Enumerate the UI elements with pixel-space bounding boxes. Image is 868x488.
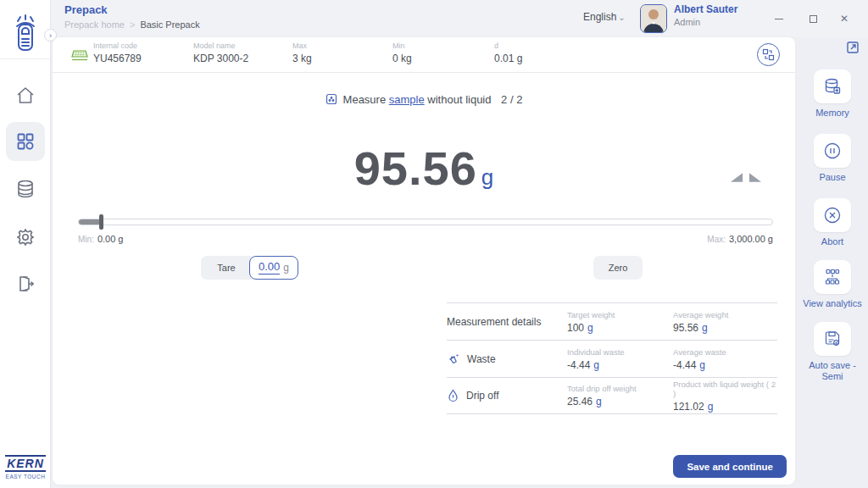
cell-label: Total drip off weight bbox=[567, 384, 673, 393]
action-label: Memory bbox=[797, 108, 868, 119]
analytics-icon bbox=[814, 260, 851, 294]
close-icon: ✕ bbox=[840, 13, 849, 25]
table-cell: Total drip off weight 25.46g bbox=[567, 384, 673, 408]
range-max: Max:3,000.00 g bbox=[707, 234, 773, 244]
auto-save-icon bbox=[814, 322, 851, 356]
zero-button[interactable]: Zero bbox=[593, 256, 643, 280]
kern-brand-logo: KERN EASY TOUCH bbox=[0, 455, 51, 480]
row-label-text: Drip off bbox=[466, 390, 498, 402]
pause-icon bbox=[814, 134, 851, 168]
scale-platform-icon bbox=[71, 50, 88, 61]
value-unit[interactable]: g bbox=[702, 322, 708, 334]
cell-value: 25.46g bbox=[567, 396, 673, 408]
switch-scale-button[interactable] bbox=[757, 43, 780, 66]
min-label: Min: bbox=[78, 235, 94, 244]
slider-fill bbox=[79, 219, 101, 225]
weight-display: 95.56g bbox=[53, 141, 795, 196]
table-cell: Product with liquid weight ( 2 ) 121.02g bbox=[673, 380, 777, 413]
database-icon bbox=[15, 179, 36, 199]
value-number: 100 bbox=[567, 322, 584, 334]
table-cell: Target weight 100g bbox=[567, 310, 673, 334]
table-cell: Individual waste -4.44g bbox=[567, 347, 673, 371]
breadcrumb-separator: > bbox=[130, 19, 135, 30]
action-label: Abort bbox=[797, 236, 868, 247]
value-unit[interactable]: g bbox=[593, 359, 599, 371]
tare-value[interactable]: 0.00 bbox=[259, 261, 280, 274]
apps-grid-icon bbox=[15, 131, 36, 152]
measure-prefix: Measure bbox=[343, 93, 387, 106]
sidebar-expand-toggle[interactable]: › bbox=[44, 29, 57, 42]
chevron-right-icon: › bbox=[49, 31, 52, 40]
cell-value: -4.44g bbox=[673, 359, 777, 371]
window-close-button[interactable]: ✕ bbox=[836, 10, 853, 27]
language-selector[interactable]: English⌄ bbox=[583, 11, 626, 23]
table-cell: Average waste -4.44g bbox=[673, 347, 777, 371]
sample-icon bbox=[326, 93, 337, 105]
device-field: Min 0 kg bbox=[392, 42, 412, 64]
abort-icon bbox=[814, 198, 851, 232]
drip-off-icon bbox=[447, 389, 459, 402]
tare-button[interactable]: Tare bbox=[201, 256, 252, 280]
value-unit[interactable]: g bbox=[587, 322, 593, 334]
sidebar-item-database[interactable] bbox=[6, 169, 45, 208]
action-label: Pause bbox=[797, 172, 868, 183]
view-analytics-button[interactable]: View analytics bbox=[797, 260, 868, 309]
auto-save-button[interactable]: Auto save - Semi bbox=[797, 322, 868, 382]
field-value: 0 kg bbox=[392, 53, 412, 64]
value-number: 25.46 bbox=[567, 396, 593, 408]
field-value: YU456789 bbox=[93, 53, 142, 64]
breadcrumb-parent[interactable]: Prepack home bbox=[64, 19, 125, 30]
logout-icon bbox=[15, 274, 36, 294]
sidebar-item-apps[interactable] bbox=[6, 122, 45, 161]
user-name[interactable]: Albert Sauter bbox=[674, 3, 737, 15]
expand-view-button[interactable] bbox=[846, 41, 861, 56]
device-field: Max 3 kg bbox=[292, 42, 312, 64]
sample-link[interactable]: sample bbox=[389, 93, 425, 106]
value-unit[interactable]: g bbox=[708, 401, 714, 413]
max-value: 3,000.00 g bbox=[729, 234, 773, 244]
gear-icon bbox=[15, 227, 36, 247]
range-min: Min:0.00 g bbox=[78, 234, 124, 244]
save-and-continue-button[interactable]: Save and continue bbox=[673, 455, 787, 478]
value-number: -4.44 bbox=[673, 359, 696, 371]
value-number: 121.02 bbox=[673, 401, 704, 413]
pause-button[interactable]: Pause bbox=[797, 134, 868, 183]
device-info-bar: Internal code YU456789 Model name KDP 30… bbox=[53, 37, 795, 73]
cell-value: 121.02g bbox=[673, 401, 777, 413]
slider-handle[interactable] bbox=[99, 214, 103, 230]
row-label: Drip off bbox=[447, 389, 567, 402]
min-value: 0.00 g bbox=[97, 234, 124, 244]
kern-logo-text: KERN bbox=[5, 455, 46, 472]
chevron-down-icon: ⌄ bbox=[618, 13, 625, 22]
tare-control[interactable]: Tare 0.00 g bbox=[201, 256, 298, 280]
tare-value-field[interactable]: 0.00 g bbox=[249, 256, 298, 280]
avatar[interactable] bbox=[640, 4, 667, 33]
window-maximize-button[interactable] bbox=[804, 10, 821, 27]
easy-touch-logo-icon bbox=[0, 7, 51, 59]
weight-slider[interactable] bbox=[78, 219, 773, 225]
value-number: 95.56 bbox=[673, 322, 698, 334]
user-role: Admin bbox=[674, 17, 700, 27]
sidebar-item-logout[interactable] bbox=[6, 264, 45, 303]
slider-range-labels: Min:0.00 g Max:3,000.00 g bbox=[78, 234, 773, 244]
value-unit[interactable]: g bbox=[596, 396, 602, 408]
easy-touch-text: EASY TOUCH bbox=[0, 474, 51, 480]
field-label: Min bbox=[392, 42, 412, 50]
sidebar-item-home[interactable] bbox=[6, 76, 45, 115]
measure-suffix: without liquid bbox=[427, 93, 491, 106]
tare-unit: g bbox=[283, 262, 289, 274]
value-number: -4.44 bbox=[567, 359, 590, 371]
row-label-text: Waste bbox=[467, 353, 496, 365]
home-icon bbox=[15, 86, 36, 106]
table-row: Drip off Total drip off weight 25.46g Pr… bbox=[447, 377, 777, 414]
field-label: d bbox=[494, 42, 522, 50]
value-unit[interactable]: g bbox=[699, 359, 705, 371]
stability-indicator-icon bbox=[731, 171, 761, 183]
cell-label: Average weight bbox=[673, 310, 777, 319]
abort-button[interactable]: Abort bbox=[797, 198, 868, 247]
cell-label: Target weight bbox=[567, 310, 673, 319]
sidebar-item-settings[interactable] bbox=[6, 218, 45, 257]
memory-button[interactable]: Memory bbox=[797, 69, 868, 119]
cell-label: Product with liquid weight ( 2 ) bbox=[673, 380, 777, 398]
window-minimize-button[interactable] bbox=[771, 10, 787, 27]
